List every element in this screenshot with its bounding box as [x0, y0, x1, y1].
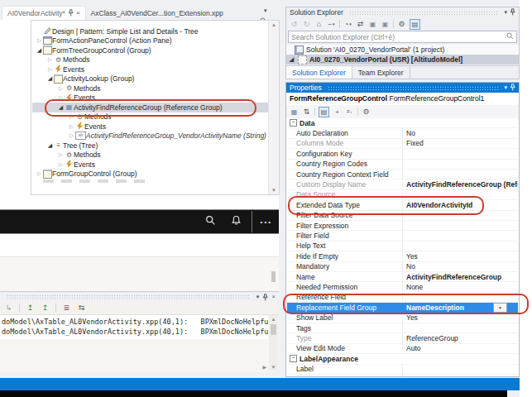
collapse-section-icon[interactable]: − [290, 119, 297, 127]
expander-collapsed-icon[interactable]: ▷ [57, 94, 65, 101]
property-row[interactable]: Reference Field [287, 293, 518, 303]
tree-row[interactable]: ◢≡Tree (Tree) [32, 141, 268, 151]
wrench-icon[interactable]: ⚙ [362, 108, 371, 117]
property-value[interactable]: ActivityFindReferenceGroup [402, 272, 518, 281]
search-icon[interactable] [205, 214, 216, 229]
wrench-icon[interactable]: ⚙ [397, 20, 406, 29]
show-all-files-icon[interactable]: ▤ [410, 19, 420, 30]
expander-expanded-icon[interactable]: ◢ [46, 75, 54, 82]
property-value[interactable] [402, 221, 518, 230]
tree-row[interactable]: ◢▦ActivityFindReferenceGroup (Reference … [32, 103, 268, 112]
property-value[interactable]: Fixed [402, 139, 518, 148]
alphabetical-icon[interactable]: ⇅ [302, 108, 311, 117]
pin-icon[interactable] [510, 8, 515, 17]
drag-grip[interactable] [349, 11, 499, 15]
drag-grip[interactable] [7, 294, 250, 299]
scrollbar-thumb[interactable] [271, 271, 276, 282]
property-value[interactable] [402, 170, 518, 179]
navigate-back-icon[interactable]: ↺ [290, 20, 299, 29]
solution-explorer-title-bar[interactable]: Solution Explorer ▾ [286, 7, 519, 17]
collapse-all-icon[interactable]: −▾ [327, 20, 336, 29]
property-value[interactable]: ActivityFindReferenceGroup (Referen [402, 179, 518, 189]
preview-icon[interactable]: ▣ [368, 20, 377, 29]
expander-collapsed-icon[interactable]: ▷ [68, 123, 75, 130]
preview-icon-2[interactable]: ▣ [381, 20, 390, 29]
property-value[interactable] [402, 323, 518, 332]
pin-icon[interactable] [510, 84, 515, 93]
close-icon[interactable]: × [271, 294, 276, 300]
import-up-icon-2[interactable]: ↥ [41, 304, 50, 313]
scrollbar-thumb[interactable] [271, 324, 276, 335]
property-value[interactable]: AI0VendorActivityId [402, 200, 518, 209]
tree-row[interactable]: ▷Events [32, 65, 268, 74]
collapse-section-icon[interactable]: − [290, 355, 297, 362]
property-row[interactable]: Data Source [287, 190, 518, 200]
tree-row[interactable]: ▷⚙Methods [32, 112, 268, 122]
property-row[interactable]: Label PositionLeft [287, 375, 518, 377]
drag-grip[interactable] [328, 86, 499, 90]
property-value[interactable]: ReferenceGroup [402, 333, 518, 342]
property-row[interactable]: Tags [287, 323, 518, 333]
refresh-icon[interactable]: ⇆ [77, 304, 86, 313]
tree-row[interactable]: ▷Events [32, 122, 268, 132]
property-value[interactable] [402, 149, 518, 158]
property-value[interactable]: Auto [402, 344, 518, 353]
tree-row[interactable]: ▷⚙Methods [32, 84, 268, 93]
expander-expanded-icon[interactable]: ◢ [288, 56, 295, 63]
property-value[interactable]: No [402, 262, 518, 271]
tree-row[interactable]: ▷FormActionPaneControl (Action Pane) [32, 36, 268, 46]
property-row[interactable]: Filter Field [287, 231, 518, 241]
property-value[interactable] [402, 211, 518, 220]
property-value[interactable] [402, 293, 518, 302]
sync-with-active-document-icon[interactable]: ⇄ [356, 20, 365, 29]
property-value[interactable] [402, 242, 518, 251]
scroll-down-icon[interactable]: ▼ [269, 365, 278, 370]
document-list-chevron-icon[interactable]: ▾ [264, 7, 267, 14]
categorized-icon[interactable]: ▦ [290, 108, 299, 117]
property-section[interactable]: −Data [287, 118, 518, 128]
window-position-chevron-icon[interactable]: ▾ [504, 9, 507, 16]
property-row[interactable]: Needed PermissionNone [287, 282, 518, 292]
tab-solution-explorer[interactable]: Solution Explorer [286, 66, 352, 79]
property-row[interactable]: TypeReferenceGroup [287, 333, 518, 343]
expander-expanded-icon[interactable]: ◢ [36, 47, 43, 54]
designer-scrollbar[interactable]: ▲ ▼ [268, 21, 279, 194]
tab-ai0vendoractivity[interactable]: AI0VendorActivity* × [2, 6, 86, 20]
window-position-chevron-icon[interactable]: ▾ [504, 84, 507, 91]
expander-collapsed-icon[interactable]: ▷ [57, 161, 65, 168]
search-icon[interactable] [506, 32, 514, 41]
property-row[interactable]: Auto DeclarationNo [287, 128, 518, 138]
sort-icon[interactable]: F↓ [345, 108, 354, 117]
scroll-up-icon[interactable]: ▲ [269, 22, 279, 27]
pin-icon[interactable] [262, 289, 268, 304]
property-row[interactable]: Country Region Codes [287, 160, 518, 170]
property-pages-icon[interactable]: ▤ [319, 107, 329, 117]
property-row[interactable]: Custom Display NameActivityFindReference… [287, 179, 518, 189]
property-value[interactable]: No [402, 128, 518, 137]
property-row[interactable]: Configuration Key [287, 149, 518, 159]
scroll-up-icon[interactable]: ▲ [269, 317, 278, 322]
expander-collapsed-icon[interactable]: ▷ [46, 66, 54, 73]
tree-row[interactable]: ▷Events [32, 160, 268, 170]
scroll-down-icon[interactable]: ▼ [269, 188, 279, 193]
properties-title-bar[interactable]: Properties ▾ [286, 83, 519, 93]
tree-row[interactable]: ◢FormTreeGroupControl (Group) [32, 45, 268, 55]
expand-all-icon[interactable]: + [333, 108, 342, 117]
property-value[interactable] [402, 160, 518, 169]
ellipsis-icon[interactable]: ••• [261, 218, 272, 226]
expander-collapsed-icon[interactable]: ▷ [57, 85, 65, 92]
pin-icon[interactable] [68, 9, 74, 18]
home-icon[interactable]: ⌂ [314, 20, 324, 29]
expander-collapsed-icon[interactable]: ▷ [46, 56, 54, 63]
bell-icon[interactable] [231, 214, 242, 229]
tab-team-explorer[interactable]: Team Explorer [352, 66, 410, 79]
expander-collapsed-icon[interactable]: ▷ [36, 37, 43, 44]
expander-expanded-icon[interactable]: ◢ [46, 142, 54, 149]
expander-collapsed-icon[interactable]: ▷ [68, 113, 75, 120]
solution-explorer-search-input[interactable]: Search Solution Explorer (Ctrl+è) [288, 31, 517, 43]
property-row[interactable]: Filter Expression [287, 221, 518, 231]
expander-expanded-icon[interactable]: ◢ [57, 104, 65, 111]
import-up-icon[interactable]: ↥ [26, 304, 35, 313]
scroll-right-icon[interactable]: ▶ [262, 364, 266, 370]
pending-changes-filter-icon[interactable]: ◔▾ [343, 20, 352, 29]
